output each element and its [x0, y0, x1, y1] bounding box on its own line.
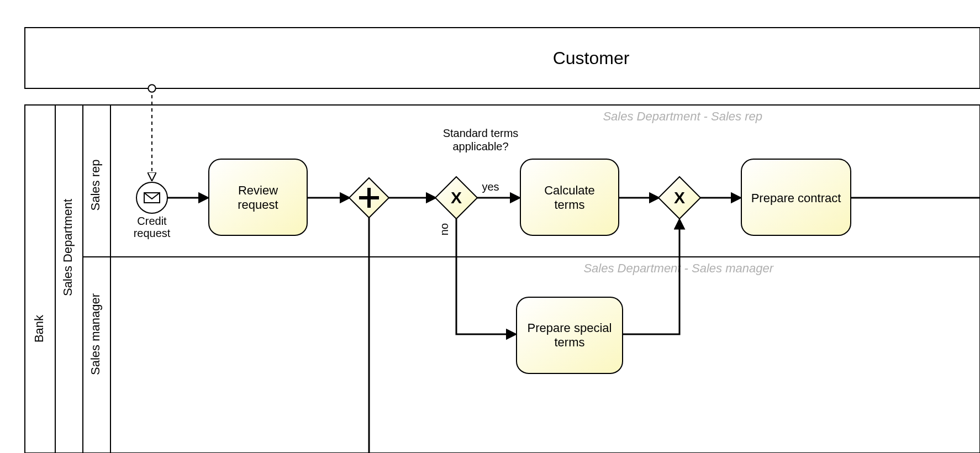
task-review-request[interactable]: Review request [209, 159, 307, 235]
gateway-label-line2: applicable? [452, 140, 508, 152]
envelope-icon [144, 193, 160, 203]
task-prepare-special-terms[interactable]: Prepare special terms [517, 297, 623, 373]
pool-customer-title: Customer [553, 48, 630, 68]
edge-label-no: no [438, 223, 450, 235]
svg-text:Calculate: Calculate [544, 183, 595, 197]
svg-text:Prepare contract: Prepare contract [751, 191, 841, 205]
svg-text:Prepare special: Prepare special [528, 321, 612, 335]
pool-bank[interactable]: Bank Sales Department Sales rep Sales De… [25, 105, 980, 453]
x-icon: X [451, 188, 462, 207]
svg-text:request: request [238, 198, 278, 212]
start-event-label-line1: Credit [137, 215, 167, 227]
task-calculate-terms[interactable]: Calculate terms [520, 159, 619, 235]
gateway-label-line1: Standard terms [443, 127, 519, 139]
svg-rect-1 [25, 28, 980, 88]
pool-customer[interactable]: Customer [25, 28, 980, 88]
svg-text:terms: terms [555, 198, 585, 212]
pool-bank-title: Bank [32, 314, 46, 343]
svg-text:terms: terms [555, 335, 585, 349]
x-icon: X [674, 188, 685, 207]
lane-sales-dept-title: Sales Department [61, 199, 75, 296]
edge-label-yes: yes [482, 181, 499, 193]
lane-sales-manager-title: Sales manager [88, 293, 102, 375]
start-event-label-line2: request [134, 227, 171, 239]
svg-text:Review: Review [238, 183, 278, 197]
lane-sales-rep-watermark: Sales Department - Sales rep [603, 109, 762, 123]
task-prepare-contract[interactable]: Prepare contract [741, 159, 851, 235]
svg-rect-2 [25, 105, 980, 453]
lane-sales-rep-title: Sales rep [88, 160, 102, 211]
